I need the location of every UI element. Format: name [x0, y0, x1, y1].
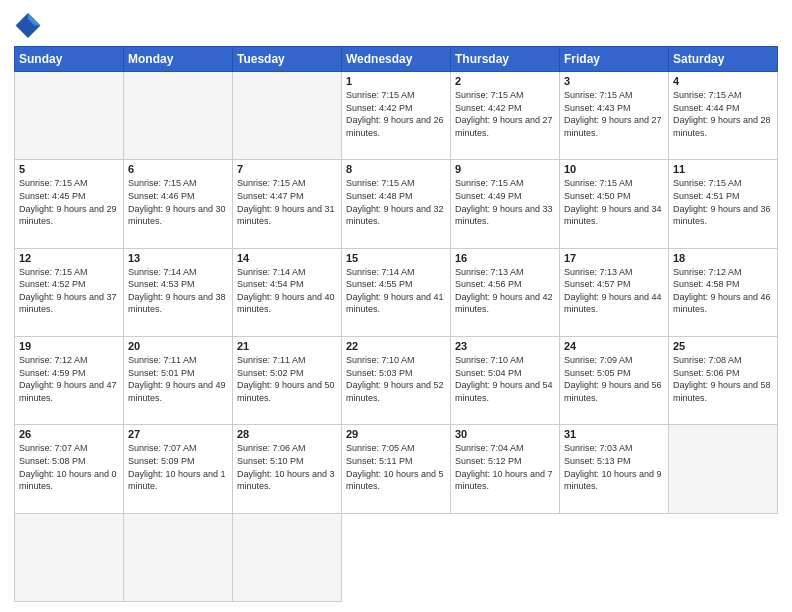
- calendar: SundayMondayTuesdayWednesdayThursdayFrid…: [14, 46, 778, 602]
- day-info-12: Sunrise: 7:15 AMSunset: 4:52 PMDaylight:…: [19, 266, 119, 316]
- day-number-25: 25: [673, 340, 773, 352]
- day-info-31: Sunrise: 7:03 AMSunset: 5:13 PMDaylight:…: [564, 442, 664, 492]
- calendar-week-5: 26Sunrise: 7:07 AMSunset: 5:08 PMDayligh…: [15, 425, 778, 513]
- logo: [14, 10, 46, 38]
- day-info-11: Sunrise: 7:15 AMSunset: 4:51 PMDaylight:…: [673, 177, 773, 227]
- logo-icon: [14, 10, 42, 38]
- calendar-cell-26: 26Sunrise: 7:07 AMSunset: 5:08 PMDayligh…: [15, 425, 124, 513]
- day-info-21: Sunrise: 7:11 AMSunset: 5:02 PMDaylight:…: [237, 354, 337, 404]
- weekday-header-tuesday: Tuesday: [233, 47, 342, 72]
- calendar-cell-9: 9Sunrise: 7:15 AMSunset: 4:49 PMDaylight…: [451, 160, 560, 248]
- day-number-5: 5: [19, 163, 119, 175]
- calendar-cell-27: 27Sunrise: 7:07 AMSunset: 5:09 PMDayligh…: [124, 425, 233, 513]
- calendar-cell-8: 8Sunrise: 7:15 AMSunset: 4:48 PMDaylight…: [342, 160, 451, 248]
- calendar-week-4: 19Sunrise: 7:12 AMSunset: 4:59 PMDayligh…: [15, 336, 778, 424]
- calendar-cell-15: 15Sunrise: 7:14 AMSunset: 4:55 PMDayligh…: [342, 248, 451, 336]
- calendar-cell-16: 16Sunrise: 7:13 AMSunset: 4:56 PMDayligh…: [451, 248, 560, 336]
- day-info-14: Sunrise: 7:14 AMSunset: 4:54 PMDaylight:…: [237, 266, 337, 316]
- calendar-cell-11: 11Sunrise: 7:15 AMSunset: 4:51 PMDayligh…: [669, 160, 778, 248]
- day-number-18: 18: [673, 252, 773, 264]
- weekday-header-sunday: Sunday: [15, 47, 124, 72]
- calendar-cell-14: 14Sunrise: 7:14 AMSunset: 4:54 PMDayligh…: [233, 248, 342, 336]
- calendar-cell-5: 5Sunrise: 7:15 AMSunset: 4:45 PMDaylight…: [15, 160, 124, 248]
- calendar-cell-empty: [15, 513, 124, 601]
- calendar-cell-25: 25Sunrise: 7:08 AMSunset: 5:06 PMDayligh…: [669, 336, 778, 424]
- day-number-17: 17: [564, 252, 664, 264]
- calendar-cell-13: 13Sunrise: 7:14 AMSunset: 4:53 PMDayligh…: [124, 248, 233, 336]
- calendar-cell-28: 28Sunrise: 7:06 AMSunset: 5:10 PMDayligh…: [233, 425, 342, 513]
- day-info-16: Sunrise: 7:13 AMSunset: 4:56 PMDaylight:…: [455, 266, 555, 316]
- day-info-29: Sunrise: 7:05 AMSunset: 5:11 PMDaylight:…: [346, 442, 446, 492]
- day-number-11: 11: [673, 163, 773, 175]
- day-info-20: Sunrise: 7:11 AMSunset: 5:01 PMDaylight:…: [128, 354, 228, 404]
- day-info-8: Sunrise: 7:15 AMSunset: 4:48 PMDaylight:…: [346, 177, 446, 227]
- day-number-8: 8: [346, 163, 446, 175]
- day-number-9: 9: [455, 163, 555, 175]
- calendar-cell-21: 21Sunrise: 7:11 AMSunset: 5:02 PMDayligh…: [233, 336, 342, 424]
- day-info-3: Sunrise: 7:15 AMSunset: 4:43 PMDaylight:…: [564, 89, 664, 139]
- calendar-cell-23: 23Sunrise: 7:10 AMSunset: 5:04 PMDayligh…: [451, 336, 560, 424]
- calendar-cell-29: 29Sunrise: 7:05 AMSunset: 5:11 PMDayligh…: [342, 425, 451, 513]
- calendar-week-1: 1Sunrise: 7:15 AMSunset: 4:42 PMDaylight…: [15, 72, 778, 160]
- calendar-cell-10: 10Sunrise: 7:15 AMSunset: 4:50 PMDayligh…: [560, 160, 669, 248]
- day-info-10: Sunrise: 7:15 AMSunset: 4:50 PMDaylight:…: [564, 177, 664, 227]
- calendar-cell-19: 19Sunrise: 7:12 AMSunset: 4:59 PMDayligh…: [15, 336, 124, 424]
- day-number-4: 4: [673, 75, 773, 87]
- calendar-cell-18: 18Sunrise: 7:12 AMSunset: 4:58 PMDayligh…: [669, 248, 778, 336]
- weekday-header-friday: Friday: [560, 47, 669, 72]
- day-info-28: Sunrise: 7:06 AMSunset: 5:10 PMDaylight:…: [237, 442, 337, 492]
- calendar-cell-empty: [124, 72, 233, 160]
- header: [14, 10, 778, 38]
- calendar-week-3: 12Sunrise: 7:15 AMSunset: 4:52 PMDayligh…: [15, 248, 778, 336]
- day-number-21: 21: [237, 340, 337, 352]
- weekday-header-saturday: Saturday: [669, 47, 778, 72]
- calendar-cell-20: 20Sunrise: 7:11 AMSunset: 5:01 PMDayligh…: [124, 336, 233, 424]
- day-number-23: 23: [455, 340, 555, 352]
- day-number-29: 29: [346, 428, 446, 440]
- day-info-17: Sunrise: 7:13 AMSunset: 4:57 PMDaylight:…: [564, 266, 664, 316]
- day-info-7: Sunrise: 7:15 AMSunset: 4:47 PMDaylight:…: [237, 177, 337, 227]
- day-info-30: Sunrise: 7:04 AMSunset: 5:12 PMDaylight:…: [455, 442, 555, 492]
- day-info-22: Sunrise: 7:10 AMSunset: 5:03 PMDaylight:…: [346, 354, 446, 404]
- day-info-1: Sunrise: 7:15 AMSunset: 4:42 PMDaylight:…: [346, 89, 446, 139]
- day-number-27: 27: [128, 428, 228, 440]
- day-info-2: Sunrise: 7:15 AMSunset: 4:42 PMDaylight:…: [455, 89, 555, 139]
- calendar-cell-empty: [124, 513, 233, 601]
- calendar-cell-2: 2Sunrise: 7:15 AMSunset: 4:42 PMDaylight…: [451, 72, 560, 160]
- day-number-10: 10: [564, 163, 664, 175]
- calendar-cell-7: 7Sunrise: 7:15 AMSunset: 4:47 PMDaylight…: [233, 160, 342, 248]
- day-number-26: 26: [19, 428, 119, 440]
- day-number-2: 2: [455, 75, 555, 87]
- calendar-cell-1: 1Sunrise: 7:15 AMSunset: 4:42 PMDaylight…: [342, 72, 451, 160]
- day-number-1: 1: [346, 75, 446, 87]
- calendar-cell-empty: [15, 72, 124, 160]
- calendar-cell-30: 30Sunrise: 7:04 AMSunset: 5:12 PMDayligh…: [451, 425, 560, 513]
- calendar-cell-empty: [233, 72, 342, 160]
- day-info-15: Sunrise: 7:14 AMSunset: 4:55 PMDaylight:…: [346, 266, 446, 316]
- weekday-header-monday: Monday: [124, 47, 233, 72]
- calendar-week-2: 5Sunrise: 7:15 AMSunset: 4:45 PMDaylight…: [15, 160, 778, 248]
- day-number-7: 7: [237, 163, 337, 175]
- day-number-20: 20: [128, 340, 228, 352]
- day-number-12: 12: [19, 252, 119, 264]
- day-number-16: 16: [455, 252, 555, 264]
- day-info-25: Sunrise: 7:08 AMSunset: 5:06 PMDaylight:…: [673, 354, 773, 404]
- day-info-18: Sunrise: 7:12 AMSunset: 4:58 PMDaylight:…: [673, 266, 773, 316]
- calendar-cell-6: 6Sunrise: 7:15 AMSunset: 4:46 PMDaylight…: [124, 160, 233, 248]
- day-info-5: Sunrise: 7:15 AMSunset: 4:45 PMDaylight:…: [19, 177, 119, 227]
- day-number-19: 19: [19, 340, 119, 352]
- day-info-26: Sunrise: 7:07 AMSunset: 5:08 PMDaylight:…: [19, 442, 119, 492]
- day-number-31: 31: [564, 428, 664, 440]
- calendar-cell-31: 31Sunrise: 7:03 AMSunset: 5:13 PMDayligh…: [560, 425, 669, 513]
- calendar-cell-empty: [669, 425, 778, 513]
- day-info-24: Sunrise: 7:09 AMSunset: 5:05 PMDaylight:…: [564, 354, 664, 404]
- day-info-13: Sunrise: 7:14 AMSunset: 4:53 PMDaylight:…: [128, 266, 228, 316]
- day-number-15: 15: [346, 252, 446, 264]
- day-info-23: Sunrise: 7:10 AMSunset: 5:04 PMDaylight:…: [455, 354, 555, 404]
- day-number-22: 22: [346, 340, 446, 352]
- day-number-6: 6: [128, 163, 228, 175]
- day-number-3: 3: [564, 75, 664, 87]
- calendar-week-6: [15, 513, 778, 601]
- calendar-cell-3: 3Sunrise: 7:15 AMSunset: 4:43 PMDaylight…: [560, 72, 669, 160]
- calendar-cell-12: 12Sunrise: 7:15 AMSunset: 4:52 PMDayligh…: [15, 248, 124, 336]
